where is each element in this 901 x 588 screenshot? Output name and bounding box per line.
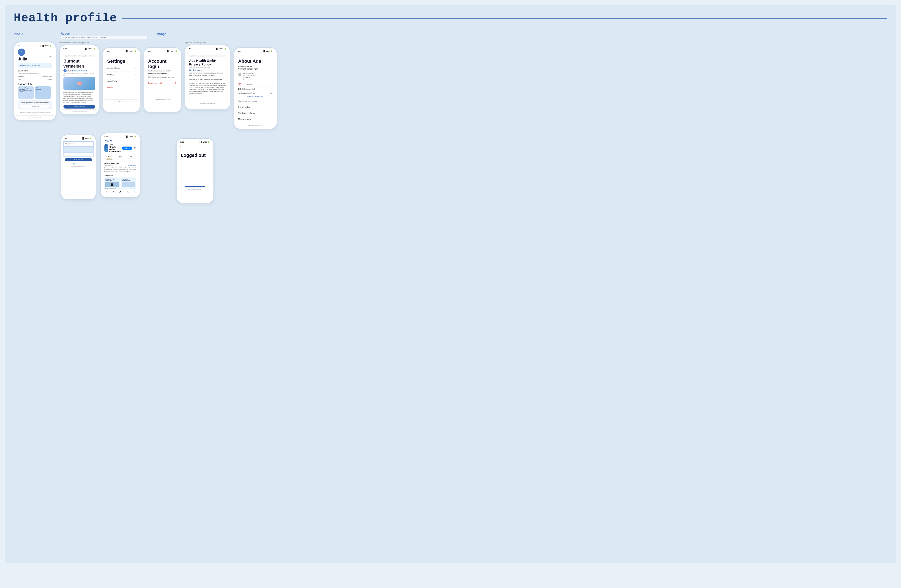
- building-icon: 🏢: [238, 73, 242, 76]
- report-annotation: 3Q pdf version will match what is offere…: [61, 36, 148, 39]
- feat-text-content: Danke, dass Du Dich mit Ada um Deine Ges…: [104, 167, 136, 173]
- title-divider: [122, 18, 887, 19]
- ada-link-row[interactable]: ada.com/ada-health-app: [236, 95, 275, 98]
- page-container: Health profile Profile Report 3Q pdf ver…: [5, 5, 896, 563]
- delete-account-row[interactable]: Delete account 🗑: [146, 80, 179, 86]
- signal-icon: ▌▌: [126, 135, 129, 138]
- privacy-policy-item[interactable]: Privacy policy ›: [236, 104, 275, 110]
- user-email: julia.maen@gmail.com: [146, 72, 179, 75]
- version-history-link[interactable]: Versionsverlauf: [128, 165, 136, 166]
- about-status-icons: ▌▌ WiFi 🔋: [263, 50, 273, 52]
- ukca-mark: UK CA: [247, 68, 253, 70]
- rating-value: 4.7: [104, 155, 115, 157]
- about-time: 9:41: [238, 50, 242, 52]
- age-label: Jahre: [115, 157, 126, 159]
- ce-0123-mark: CE 0123: [238, 68, 246, 70]
- signal-icon: ▌▌: [126, 50, 129, 52]
- settings-phone: 9:41 ▌▌ WiFi 🔋 ‹ Settings Account login …: [103, 47, 140, 112]
- age-stat: 17+ Jahre: [115, 155, 126, 160]
- version-row: Version/Versione/Versio 1.0: [236, 91, 275, 95]
- symptoms-text: Have symptoms you'd like to check?: [20, 102, 50, 104]
- preview-section: Vorschau Überprüfe Deine Symptome 📱 Inha…: [103, 174, 138, 190]
- app-store-back-btn[interactable]: Heute: [103, 138, 138, 143]
- settings-back-btn[interactable]: ‹: [105, 53, 138, 57]
- download-app-button[interactable]: Download app: [20, 105, 50, 108]
- wifi-icon: WiFi: [45, 45, 49, 47]
- settings-logout[interactable]: Logout: [105, 84, 138, 90]
- terms-conditions-item[interactable]: Terms and conditions ›: [236, 98, 275, 104]
- progress-bar: [185, 187, 205, 187]
- privacy-back-btn[interactable]: ‹: [187, 51, 228, 55]
- explore-card-tips[interactable]: Get tips from our wellness: [35, 86, 51, 99]
- signal-icon: ▌▌▌: [41, 45, 44, 47]
- version-label: Version/Versione/Versio: [238, 92, 255, 94]
- privacy-company: Ada Health GmbH Privacy Policy: [187, 58, 228, 67]
- tab-games[interactable]: 🎮Games: [110, 191, 117, 193]
- tab-arcade[interactable]: 🕹Arcade: [124, 191, 131, 193]
- third-party-software-item[interactable]: Third party software ›: [236, 110, 275, 116]
- open-button[interactable]: Öffnen: [122, 146, 132, 150]
- rating-stat: 4.7 ★★★★★ Bewertungen: [104, 155, 115, 160]
- wifi-icon: WiFi: [220, 48, 223, 50]
- tab-apps[interactable]: 📱Apps: [117, 191, 124, 193]
- settings-url: a.healthprofile.ada.com: [105, 100, 138, 102]
- profile-phone: 9:41 ▌▌▌ WiFi 🔋 J ⚙ Julia View COVID-19 …: [14, 42, 56, 120]
- feature-text: Danke, dass Du Dich mit Ada um Deine Ges…: [104, 167, 136, 173]
- profile-gear-icon[interactable]: ⚙: [48, 55, 51, 58]
- report-back-btn[interactable]: ‹: [62, 51, 97, 55]
- report-phone-burnout: 9:41 ▌▌ WiFi 🔋 ‹ https://ada.com/editori…: [59, 45, 100, 115]
- logout-back-btn[interactable]: ‹: [178, 144, 212, 148]
- wifi-icon: WiFi: [129, 50, 133, 52]
- battery-icon: 🔋: [134, 50, 136, 52]
- signal-icon: ▌▌: [200, 141, 202, 143]
- more-link[interactable]: Mehr: [127, 171, 131, 173]
- burnout-title: Burnout vermeiden: [62, 58, 97, 69]
- share-icon[interactable]: ⬆: [134, 146, 136, 150]
- app-store-screen: 9:41 ▌▌ WiFi 🔋 Heute + Ada – Check Dei: [101, 133, 140, 198]
- report-burnout-screen: 9:41 ▌▌ WiFi 🔋 ‹ https://ada.com/editori…: [60, 45, 99, 114]
- chevron-icon: ›: [272, 118, 273, 120]
- report-url-bar: https://ada.com/editorial/avoiding-burno…: [64, 55, 95, 57]
- covid-text: View COVID-19 risk status: [20, 64, 42, 66]
- acct-back-btn[interactable]: ‹: [146, 53, 179, 57]
- tab-heute[interactable]: 🏠Heute: [103, 191, 110, 193]
- report-mini-phone: 9:41 ▌▌ WiFi 🔋 Risk profile content Down…: [61, 135, 96, 200]
- user-id-label: User ID:: [146, 75, 179, 77]
- settings-privacy[interactable]: Privacy ›: [105, 71, 138, 78]
- policy-body-intro: PLEASE READ THIS POLICY CAREFULLY BEFORE…: [187, 72, 228, 95]
- battery-icon: 🔋: [90, 137, 92, 140]
- covid-banner[interactable]: View COVID-19 risk status ›: [18, 63, 52, 68]
- battery-icon: 🔋: [93, 48, 95, 50]
- download-pdf-button[interactable]: Download PDF: [64, 105, 95, 109]
- privacy-status-bar: 9:41 ▌▌ WiFi 🔋: [187, 47, 228, 51]
- about-back-btn[interactable]: ‹: [236, 53, 275, 57]
- acct-url: a.healthprofile.ada.com: [146, 98, 179, 101]
- app-store-icon: +: [104, 144, 108, 152]
- new-features-title: Neue Funktionen: [104, 162, 136, 164]
- settings-about-ada[interactable]: About Ada ›: [105, 78, 138, 84]
- article-body: Unser Gehirn und ein Computer bestehen b…: [62, 91, 97, 104]
- date-placeholder: YYYY-MM-DD: [242, 84, 253, 85]
- logout-url: a.healthprofile.ada.com: [178, 188, 212, 190]
- profile-section-label-area: Profile: [14, 32, 61, 40]
- report-label: Report: [61, 32, 148, 35]
- about-url: a.healthprofile.ada.com: [236, 124, 275, 127]
- ce-marks-row: CE 0123 UK CA MD: [236, 68, 275, 72]
- logout-time: 9:41: [180, 141, 184, 143]
- explore-card1-sub: Learn to differentiate between symptoms.: [18, 90, 34, 92]
- medical-quality-item[interactable]: Medical quality ›: [236, 116, 275, 122]
- basic-info-note: Used to improve your assessments: [18, 73, 52, 74]
- settings-account-login[interactable]: Account login ›: [105, 65, 138, 71]
- author-row: H Harry Medizinisch überprüft: [62, 69, 97, 73]
- download-pdf-mini-btn[interactable]: Download PDF: [65, 158, 92, 161]
- category-label: Medizin: [126, 157, 136, 159]
- delete-account-label: Delete account: [148, 82, 162, 84]
- report-status-icons: ▌▌ WiFi 🔋: [85, 48, 95, 50]
- report-url-annotation: https://ada.com/editorial/avoiding-burno…: [59, 42, 100, 44]
- sex-value: Female: [47, 79, 52, 81]
- mini-status-bar: 9:41 ▌▌ WiFi 🔋: [63, 137, 94, 140]
- app-store-name: Ada – Check Deine Gesundheit: [109, 143, 121, 153]
- explore-title: Explore Ada: [18, 82, 52, 86]
- tab-search[interactable]: 🔍Suchen: [131, 191, 138, 193]
- explore-card-allergies[interactable]: Seasonal allergies or COVID-19? Learn to…: [18, 86, 34, 99]
